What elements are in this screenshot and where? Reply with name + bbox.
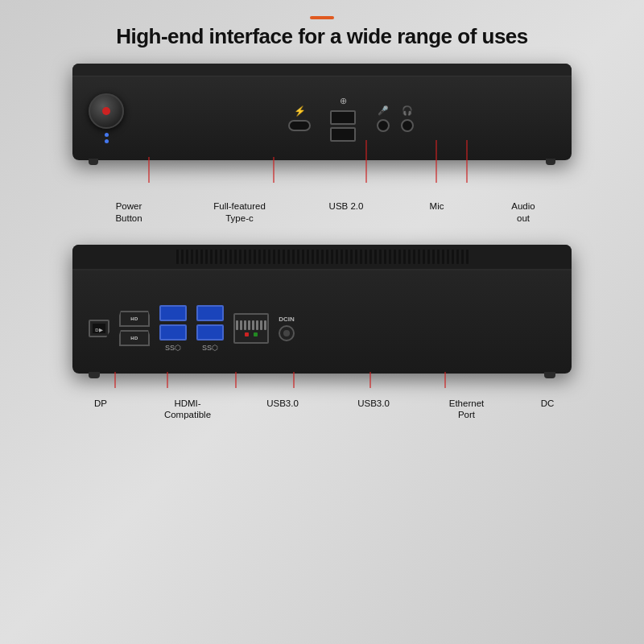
usb2-port-group: ⊕ (330, 96, 356, 142)
front-device-section: ⚡ ⊕ 🎤 (72, 64, 572, 224)
ethernet-port (233, 313, 269, 344)
front-labels-row: PowerButton Full-featuredType-c USB 2.0 … (72, 200, 572, 224)
page-container: High-end interface for a wide range of u… (0, 0, 644, 644)
dp-label: DP (89, 398, 113, 421)
hdmi-port-group: HD HD (119, 311, 150, 346)
devices-wrapper: ⚡ ⊕ 🎤 (24, 64, 620, 421)
back-labels-row: DP HDMI-Compatible USB3.0 USB3.0 Etherne… (72, 398, 572, 421)
power-button-area[interactable] (89, 93, 124, 143)
front-device-box: ⚡ ⊕ 🎤 (72, 64, 572, 160)
title-area: High-end interface for a wide range of u… (116, 16, 528, 49)
ethernet-label: EthernetPort (444, 398, 489, 421)
audio-out-label: Audioout (507, 200, 539, 224)
dc-port: DCIN (279, 316, 295, 341)
back-device-box: D▶ HD HD (72, 245, 572, 374)
mic-label: Mic (425, 200, 449, 224)
usb2-label: USB 2.0 (326, 200, 366, 224)
dp-port: D▶ (89, 320, 109, 337)
hdmi-label: HDMI-Compatible (163, 398, 212, 421)
page-title: High-end interface for a wide range of u… (116, 24, 528, 49)
usb3-right-group: SS⬡ (196, 305, 224, 352)
usb3-left-group: SS⬡ (159, 305, 187, 352)
usb3-right-label: USB3.0 (353, 398, 394, 421)
type-c-label: Full-featuredType-c (212, 200, 268, 224)
type-c-port: ⚡ (288, 105, 311, 131)
back-device-section: D▶ HD HD (72, 245, 572, 421)
power-button-label: PowerButton (105, 200, 153, 224)
dc-label: DC (539, 398, 555, 421)
usb3-left-label: USB3.0 (262, 398, 303, 421)
audio-jacks: 🎤 🎧 (377, 105, 414, 132)
title-accent (310, 16, 334, 19)
